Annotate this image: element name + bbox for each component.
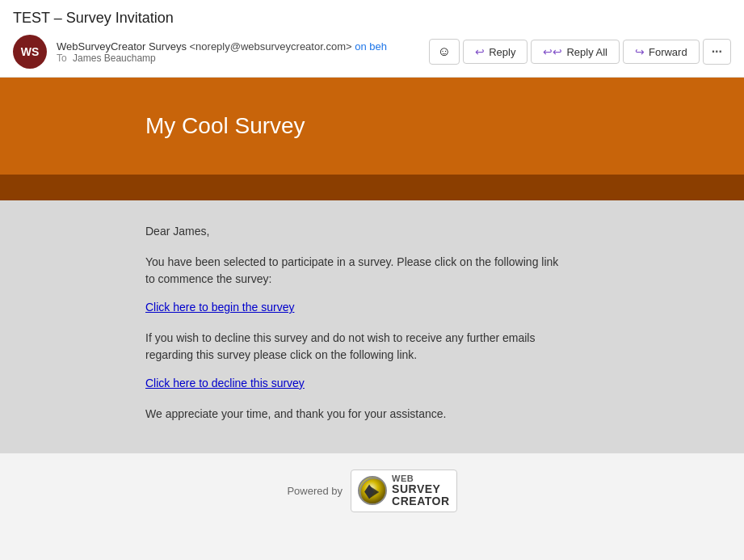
reply-arrow-icon: ↩: [475, 45, 485, 58]
email-body-wrapper: My Cool Survey Dear James, You have been…: [0, 78, 744, 453]
action-buttons: ☺ ↩ Reply ↩↩ Reply All ↪ Forward ···: [429, 39, 731, 65]
reply-all-label: Reply All: [566, 46, 607, 58]
reply-all-button[interactable]: ↩↩ Reply All: [531, 40, 620, 64]
body-paragraph-1: You have been selected to participate in…: [145, 254, 565, 288]
logo-creator: CREATOR: [392, 495, 449, 507]
wsc-logo: WEB SURVEY CREATOR: [351, 469, 456, 512]
survey-banner: My Cool Survey: [0, 78, 744, 175]
survey-title: My Cool Survey: [145, 113, 305, 139]
email-meta-row: WS WebSurveyCreator Surveys <noreply@web…: [13, 35, 731, 69]
powered-by-text: Powered by: [287, 485, 343, 497]
wsc-logo-svg: [359, 478, 387, 505]
sender-info: WS WebSurveyCreator Surveys <noreply@web…: [13, 35, 387, 69]
forward-button[interactable]: ↪ Forward: [623, 40, 700, 64]
email-header: TEST – Survey Invitation WS WebSurveyCre…: [0, 0, 744, 78]
body-paragraph-2: If you wish to decline this survey and d…: [145, 330, 565, 364]
reply-label: Reply: [489, 46, 515, 58]
emoji-button[interactable]: ☺: [429, 39, 460, 65]
to-line: To James Beauchamp: [57, 53, 387, 64]
svg-point-0: [360, 478, 387, 505]
logo-survey: SURVEY: [392, 483, 449, 495]
email-content: Dear James, You have been selected to pa…: [0, 200, 744, 453]
forward-label: Forward: [649, 46, 687, 58]
closing-text: We appreciate your time, and thank you f…: [145, 406, 565, 423]
email-title: TEST – Survey Invitation: [13, 10, 731, 27]
sender-details: WebSurveyCreator Surveys <noreply@websur…: [57, 40, 387, 64]
avatar: WS: [13, 35, 47, 69]
content-inner: Dear James, You have been selected to pa…: [145, 225, 565, 423]
sender-suffix: on beh: [355, 40, 387, 53]
reply-all-arrow-icon: ↩↩: [543, 45, 562, 58]
begin-survey-link[interactable]: Click here to begin the survey: [145, 301, 565, 314]
wsc-logo-text-block: WEB SURVEY CREATOR: [392, 474, 449, 508]
greeting: Dear James,: [145, 225, 565, 238]
more-button[interactable]: ···: [703, 39, 731, 65]
reply-button[interactable]: ↩ Reply: [463, 40, 528, 64]
wsc-logo-icon: [358, 476, 387, 505]
to-name: James Beauchamp: [73, 53, 156, 64]
to-label: To: [57, 53, 67, 64]
sender-name-line: WebSurveyCreator Surveys <noreply@websur…: [57, 40, 387, 53]
dark-stripe: [0, 175, 744, 200]
email-footer: Powered by WEB SURVEY CREATOR: [0, 453, 744, 528]
decline-survey-link[interactable]: Click here to decline this survey: [145, 377, 565, 389]
forward-arrow-icon: ↪: [635, 45, 645, 58]
sender-email: <noreply@websurveycreator.com>: [190, 40, 352, 53]
sender-name: WebSurveyCreator Surveys: [57, 40, 187, 53]
